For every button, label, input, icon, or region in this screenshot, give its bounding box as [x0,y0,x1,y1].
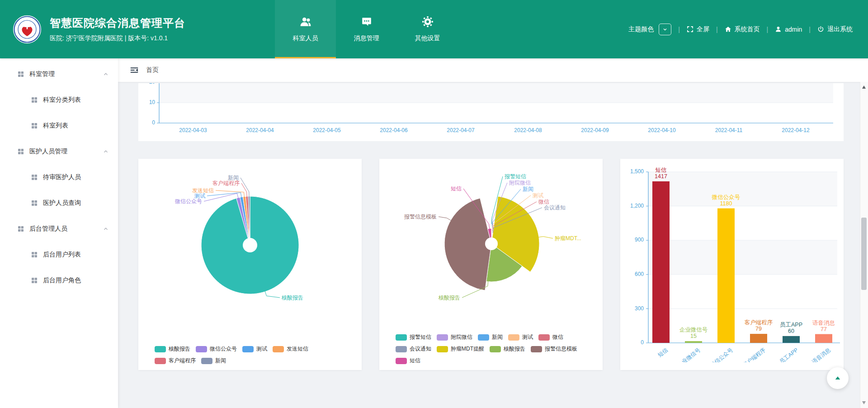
sidebar-item-0-1[interactable]: 科室列表 [0,113,118,138]
home-link[interactable]: 系统首页 [725,25,760,33]
triangle-up-icon [834,374,842,382]
legend-item-7[interactable]: 核酸报告 [490,345,525,353]
donut-chart-card: 核酸报告微信公众号测试发送短信客户端程序新闻 核酸报告微信公众号测试发送短信客户… [138,159,362,370]
sidebar-item-2-1[interactable]: 后台用户角色 [0,267,118,293]
line-chart-card: 010202022-04-032022-04-042022-04-052022-… [138,83,844,141]
legend-item-5[interactable]: 会议通知 [396,345,431,353]
bar-2[interactable] [717,209,735,343]
scroll-up-arrow[interactable] [862,85,866,89]
legend-item-0[interactable]: 报警短信 [396,333,431,341]
bar-0[interactable] [652,181,670,343]
legend-item-5[interactable]: 新闻 [201,357,226,365]
grid-icon [31,251,38,258]
theme-color-select[interactable] [659,24,671,35]
nav-tab-2[interactable]: 其他设置 [397,0,458,58]
grid-icon [31,277,38,284]
divider: | [809,26,811,33]
legend-item-1[interactable]: 微信公众号 [196,345,237,353]
legend-swatch [396,358,407,364]
sidebar-item-1-1[interactable]: 医护人员查询 [0,190,118,216]
legend-item-6[interactable]: 肿瘤MDT提醒 [437,345,484,353]
legend-label: 发送短信 [287,345,308,353]
fullscreen-label: 全屏 [697,25,709,33]
home-label: 系统首页 [735,25,760,33]
line-chart-svg: 010202022-04-032022-04-042022-04-052022-… [138,83,836,141]
theme-color-control[interactable]: 主题颜色 [628,24,671,35]
nav-tab-label: 消息管理 [354,34,379,43]
svg-text:79: 79 [755,326,762,332]
legend-item-8[interactable]: 报警信息模板 [531,345,577,353]
svg-text:2022-04-03: 2022-04-03 [179,127,207,133]
svg-text:60: 60 [788,328,794,334]
users-icon [300,16,311,28]
legend-item-4[interactable]: 微信 [538,333,563,341]
legend-item-9[interactable]: 短信 [396,357,420,365]
legend-item-0[interactable]: 核酸报告 [155,345,190,353]
bar-3[interactable] [750,334,767,343]
sidebar-item-1-0[interactable]: 待审医护人员 [0,164,118,190]
scrollbar-thumb[interactable] [861,218,867,290]
legend-label: 微信 [552,333,563,341]
bar-4[interactable] [783,336,800,343]
bar-chart-svg: 03006009001,2001,500短信1417短信企业微信号15企业微信号… [620,159,844,362]
legend-label: 报警信息模板 [545,345,577,353]
legend-swatch [508,334,519,341]
sidebar-group-label: 科室管理 [29,70,55,78]
gear-icon [422,16,434,28]
collapse-sidebar-icon[interactable] [130,66,139,75]
nav-tab-1[interactable]: 消息管理 [336,0,397,58]
back-to-top-button[interactable] [827,367,849,389]
svg-text:短信: 短信 [656,346,669,358]
user-menu[interactable]: admin [775,26,802,33]
legend-item-2[interactable]: 测试 [242,345,267,353]
legend-item-4[interactable]: 客户端程序 [155,357,196,365]
sidebar-group-2[interactable]: 后台管理人员 [0,216,118,242]
legend-label: 新闻 [492,333,503,341]
svg-text:员工APP: 员工APP [780,322,802,328]
chat-icon [361,16,373,28]
bar-1[interactable] [685,341,702,343]
svg-text:2022-04-10: 2022-04-10 [648,127,676,133]
legend-item-1[interactable]: 附院微信 [437,333,472,341]
legend-swatch [242,346,254,352]
donut-chart-svg [138,159,362,340]
svg-text:企业微信号: 企业微信号 [676,346,702,362]
rose-chart-card: 报警短信附院微信新闻测试微信会议通知肿瘤MDT...核酸报告报警信息模板短信 报… [379,159,603,370]
sidebar-item-label: 科室列表 [43,122,68,130]
sidebar-item-label: 后台用户角色 [43,276,81,285]
bar-5[interactable] [815,334,832,343]
theme-color-label: 主题颜色 [628,25,654,33]
legend-item-2[interactable]: 新闻 [478,333,503,341]
sidebar-item-0-0[interactable]: 科室分类列表 [0,87,118,113]
legend-label: 新闻 [215,357,226,365]
user-icon [775,26,782,33]
svg-text:2022-04-11: 2022-04-11 [715,127,743,133]
breadcrumb[interactable]: 首页 [146,66,159,74]
svg-text:1,200: 1,200 [630,203,644,209]
svg-text:员工APP: 员工APP [778,346,799,362]
chevron-up-icon [103,226,109,232]
nav-tab-0[interactable]: 科室人员 [275,0,336,58]
sidebar-group-0[interactable]: 科室管理 [0,61,118,87]
legend-swatch [396,346,407,352]
fullscreen-button[interactable]: 全屏 [687,25,709,33]
svg-text:2022-04-06: 2022-04-06 [380,127,408,133]
sidebar-item-2-0[interactable]: 后台用户列表 [0,242,118,267]
grid-icon [31,199,38,207]
scroll-down-arrow[interactable] [862,401,866,404]
svg-text:2022-04-05: 2022-04-05 [313,127,341,133]
svg-text:300: 300 [635,305,644,312]
svg-text:77: 77 [821,326,827,332]
sidebar-group-1[interactable]: 医护人员管理 [0,138,118,164]
logout-button[interactable]: 退出系统 [817,25,853,33]
grid-icon [31,122,38,129]
sidebar: 科室管理科室分类列表科室列表医护人员管理待审医护人员医护人员查询后台管理人员后台… [0,58,118,408]
legend-item-3[interactable]: 测试 [508,333,533,341]
rose-chart-legend: 报警短信附院微信新闻测试微信会议通知肿瘤MDT提醒核酸报告报警信息模板短信 [396,333,587,365]
legend-swatch [538,334,550,341]
vertical-scrollbar[interactable] [860,82,868,408]
power-icon [817,26,824,33]
legend-item-3[interactable]: 发送短信 [273,345,308,353]
pie-slice-8[interactable] [444,198,491,290]
breadcrumb-bar: 首页 [118,58,868,82]
